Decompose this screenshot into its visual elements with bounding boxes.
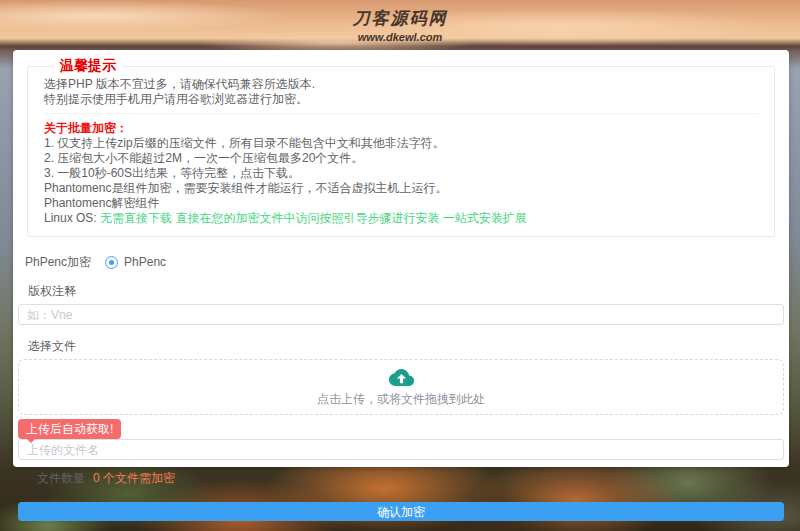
encryption-group-label: PhPenc加密 [25, 254, 91, 271]
file-count-label: 文件数量 [37, 470, 85, 487]
site-logo: 刀客源码网 [0, 7, 800, 30]
select-file-label: 选择文件 [28, 338, 784, 355]
linux-line: Linux OS: 无需直接下载 直接在您的加密文件中访问按照引导步骤进行安装 … [44, 211, 758, 225]
batch-title: 关于批量加密： [44, 121, 758, 135]
batch-line: 2. 压缩包大小不能超过2M，一次一个压缩包最多20个文件。 [44, 151, 758, 165]
notice-line: 特别提示使用手机用户请用谷歌浏览器进行加密。 [44, 92, 758, 106]
file-count-value: 0 个文件需加密 [93, 470, 175, 487]
notice-legend: 温馨提示 [54, 57, 122, 75]
upload-hint-text: 点击上传，或将文件拖拽到此处 [317, 391, 485, 408]
notice-line: 选择PHP 版本不宜过多，请确保代码兼容所选版本. [44, 77, 758, 91]
auto-fetch-badge: 上传后自动获取! [18, 419, 121, 439]
copyright-label: 版权注释 [28, 283, 784, 300]
notice-panel: 温馨提示 选择PHP 版本不宜过多，请确保代码兼容所选版本. 特别提示使用手机用… [27, 57, 775, 237]
radio-dot-icon [109, 260, 114, 265]
batch-line: 3. 一般10秒-60S出结果，等待完整，点击下载。 [44, 166, 758, 180]
phpenc-radio[interactable] [105, 256, 118, 269]
main-card: 温馨提示 选择PHP 版本不宜过多，请确保代码兼容所选版本. 特别提示使用手机用… [13, 50, 789, 467]
site-url: www.dkewl.com [0, 31, 800, 43]
batch-line: Phantomenc解密组件 [44, 196, 758, 210]
cloud-upload-icon [388, 367, 415, 388]
install-guide-link[interactable]: 无需直接下载 直接在您的加密文件中访问按照引导步骤进行安装 一站式安装扩展 [100, 211, 527, 225]
batch-line: 1. 仅支持上传zip后缀的压缩文件，所有目录不能包含中文和其他非法字符。 [44, 136, 758, 150]
batch-line: Phantomenc是组件加密，需要安装组件才能运行，不适合虚拟主机上运行。 [44, 181, 758, 195]
site-header: 刀客源码网 www.dkewl.com [0, 7, 800, 43]
upload-dropzone[interactable]: 点击上传，或将文件拖拽到此处 [18, 359, 784, 415]
notice-divider [44, 113, 758, 114]
linux-os-label: Linux OS: [44, 211, 97, 225]
confirm-encrypt-button[interactable]: 确认加密 [18, 502, 784, 521]
filename-input[interactable] [18, 439, 784, 460]
file-count-row: 文件数量 0 个文件需加密 [37, 470, 784, 487]
encryption-type-row: PhPenc加密 PhPenc [25, 254, 784, 270]
phpenc-radio-label[interactable]: PhPenc [124, 255, 166, 269]
copyright-input[interactable] [18, 304, 784, 325]
